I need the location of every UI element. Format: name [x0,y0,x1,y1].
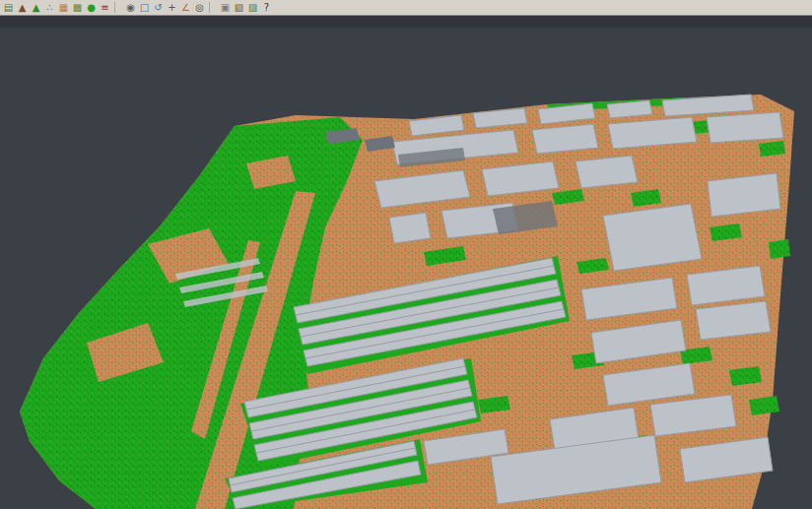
rotate-view-icon[interactable]: ↺ [152,1,165,14]
toolbar-separator [114,2,121,13]
measure-icon[interactable]: ∠ [179,1,192,14]
mesh-icon[interactable]: ≡ [99,1,111,14]
pan-view-icon[interactable]: + [166,1,178,14]
crop-icon[interactable]: ▧ [233,1,245,14]
scene-canvas [0,16,812,509]
vegetation-icon[interactable]: ▲ [30,1,42,14]
toolbar-separator [209,2,216,13]
camera-icon[interactable]: ◎ [193,1,206,14]
texture-icon[interactable]: ▨ [246,1,259,14]
help-icon[interactable]: ? [260,1,273,14]
viewport-top-shade [0,16,812,28]
screenshot-icon[interactable]: ▣ [219,1,232,14]
settings-icon[interactable]: ◉ [124,1,137,14]
classification-icon[interactable]: ● [85,1,98,14]
toolbar: ▤▲▲∴▦▩●≡◉□↺+∠◎▣▧▨? [0,0,812,16]
grid-icon[interactable]: ▦ [57,1,70,14]
ortho-icon[interactable]: ▩ [71,1,84,14]
terrain-icon[interactable]: ▲ [16,1,29,14]
zoom-extents-icon[interactable]: □ [138,1,151,14]
point-cloud-icon[interactable]: ∴ [43,1,56,14]
3d-viewport[interactable] [0,16,812,509]
application-window: ▤▲▲∴▦▩●≡◉□↺+∠◎▣▧▨? [0,0,812,509]
layers-icon[interactable]: ▤ [2,1,15,14]
